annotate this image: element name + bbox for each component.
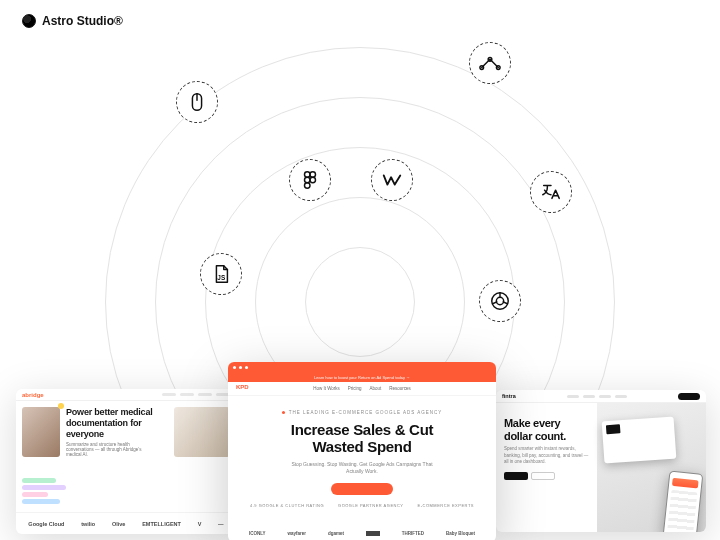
card-subtitle: Spend smarter with instant rewards, bank… — [504, 446, 589, 465]
javascript-file-icon: JS — [200, 253, 242, 295]
partner-logo — [366, 531, 380, 536]
svg-text:JS: JS — [217, 274, 226, 281]
card-topbar: abridge — [16, 389, 236, 401]
partner-logo: wayfarer — [287, 531, 306, 536]
partner-logo: EMTELLIGENT — [142, 521, 181, 527]
meta-item: 4.9 GOOGLE & CLUTCH RATING — [250, 503, 324, 508]
nav-link: Pricing — [348, 386, 362, 391]
phone-mockup — [663, 470, 704, 532]
svg-point-7 — [305, 177, 311, 183]
showcase-card-kpd: Learn how to boost your Return on Ad Spe… — [228, 362, 496, 540]
nav-cta — [678, 393, 700, 400]
figma-icon — [289, 159, 331, 201]
showcase-card-fintra: fintra Make every dollar count. Spend sm… — [496, 390, 706, 532]
meta-row: 4.9 GOOGLE & CLUTCH RATING GOOGLE PARTNE… — [246, 503, 478, 508]
card-nav — [162, 393, 230, 396]
showcase-shelf: abridge Power better medical documentati… — [0, 355, 720, 540]
meta-item: E-COMMERCE EXPERTS — [418, 503, 475, 508]
nav-link: Resources — [389, 386, 411, 391]
nav-link: About — [370, 386, 382, 391]
cta-button — [331, 483, 393, 495]
eyebrow-text: THE LEADING E-COMMERCE GOOGLE ADS AGENCY — [289, 410, 443, 415]
svg-point-12 — [496, 297, 503, 304]
cta-row — [504, 472, 589, 480]
translate-icon — [530, 171, 572, 213]
browser-chrome — [228, 362, 496, 372]
partner-logo: twilio — [81, 521, 95, 527]
doctor-photo — [22, 407, 60, 457]
card-topbar: fintra — [496, 390, 706, 403]
card-title: Increase Sales & Cut Wasted Spend — [246, 421, 478, 456]
mouse-icon — [176, 81, 218, 123]
svg-line-14 — [503, 302, 507, 304]
card-brand: abridge — [22, 392, 44, 398]
svg-point-6 — [310, 172, 316, 178]
pen-tool-icon — [469, 42, 511, 84]
webflow-icon — [371, 159, 413, 201]
partner-logo: ICONLY — [249, 531, 266, 536]
card-brand: KPD — [236, 384, 249, 390]
patient-photo — [174, 407, 230, 457]
card-nav — [567, 395, 627, 398]
svg-point-5 — [305, 172, 311, 178]
card-title: Make every dollar count. — [504, 417, 589, 442]
partner-logos: Google Cloud twilio Olive EMTELLIGENT V … — [16, 512, 236, 534]
svg-line-15 — [493, 302, 497, 304]
promo-banner-text: Learn how to boost your Return on Ad Spe… — [314, 375, 410, 380]
meta-item: GOOGLE PARTNER AGENCY — [338, 503, 403, 508]
feature-chips — [22, 478, 66, 504]
nav-link: How It Works — [313, 386, 340, 391]
card-subtitle: Summarize and structure health conversat… — [66, 442, 151, 457]
eyebrow: THE LEADING E-COMMERCE GOOGLE ADS AGENCY — [246, 410, 478, 415]
pos-terminal — [601, 417, 676, 464]
svg-point-8 — [310, 177, 316, 183]
partner-logos: ICONLY wayfarer dgamet THRIFTED Baby Blo… — [228, 531, 496, 536]
partner-logo: Baby Bloquet — [446, 531, 475, 536]
partner-logo: V — [198, 521, 202, 527]
partner-logo: THRIFTED — [402, 531, 424, 536]
card-subtitle: Stop Guessing. Stop Wasting. Get Google … — [287, 461, 437, 475]
partner-logo: — — [218, 521, 224, 527]
chrome-icon — [479, 280, 521, 322]
device-mockup — [597, 403, 706, 532]
partner-logo: Google Cloud — [28, 521, 64, 527]
card-nav: How It Works Pricing About Resources — [228, 382, 496, 396]
card-brand: fintra — [502, 393, 516, 399]
card-hero: THE LEADING E-COMMERCE GOOGLE ADS AGENCY… — [228, 396, 496, 508]
showcase-card-abridge: abridge Power better medical documentati… — [16, 389, 236, 534]
partner-logo: Olive — [112, 521, 125, 527]
partner-logo: dgamet — [328, 531, 344, 536]
card-title: Power better medical documentation for e… — [66, 407, 168, 439]
svg-point-9 — [305, 183, 311, 189]
card-body: Make every dollar count. Spend smarter w… — [496, 403, 706, 532]
promo-banner: Learn how to boost your Return on Ad Spe… — [228, 372, 496, 382]
